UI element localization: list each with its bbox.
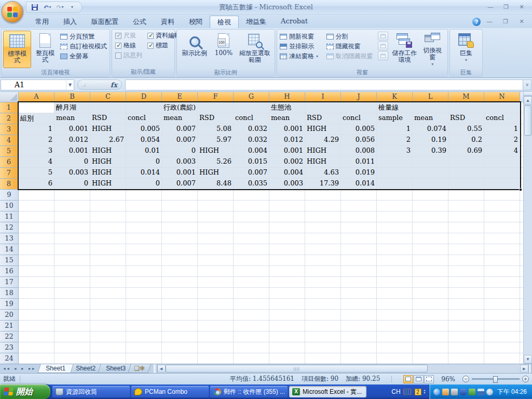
cell-C1[interactable] [90, 102, 126, 113]
cell-I14[interactable] [305, 244, 341, 255]
cell-L15[interactable] [413, 255, 448, 266]
row-header-3[interactable]: 3 [0, 124, 19, 135]
cell-L3[interactable]: 0.074 [413, 124, 448, 135]
synchronous-scrolling-button[interactable] [378, 42, 388, 50]
cell-L6[interactable] [413, 157, 448, 168]
cell-I7[interactable]: 4.63 [305, 168, 341, 179]
cell-J16[interactable] [341, 266, 377, 277]
cell-B13[interactable] [54, 233, 90, 244]
cell-M5[interactable]: 0.69 [448, 146, 484, 157]
cell-I17[interactable] [305, 277, 341, 288]
macros-button[interactable]: 巨集 ▾ [453, 31, 479, 68]
vertical-scroll-thumb[interactable] [524, 105, 531, 136]
workbook-restore-button[interactable]: ❐ [498, 18, 513, 26]
cell-G19[interactable] [234, 299, 269, 310]
cell-D18[interactable] [126, 288, 162, 299]
vertical-scroll-track[interactable] [524, 136, 532, 355]
cell-F19[interactable] [198, 299, 234, 310]
custom-views-button[interactable]: 自訂檢視模式 [59, 42, 108, 51]
cell-D23[interactable] [126, 342, 162, 353]
cell-H17[interactable] [269, 277, 305, 288]
cell-N20[interactable] [484, 310, 520, 321]
normal-view-button[interactable]: 標準模式 [3, 31, 31, 68]
language-bar-options-icon[interactable]: ▴▾ [424, 389, 426, 394]
zoom-out-button[interactable]: − [462, 376, 469, 382]
office-button[interactable] [2, 1, 23, 23]
cell-F13[interactable] [198, 233, 234, 244]
cell-H18[interactable] [269, 288, 305, 299]
cell-N14[interactable] [484, 244, 520, 255]
cell-I11[interactable] [305, 211, 341, 222]
page-break-view-shortcut[interactable] [424, 375, 434, 383]
view-side-by-side-button[interactable] [378, 32, 388, 41]
ime-badge[interactable]: 2 [415, 389, 421, 395]
cell-G24[interactable] [234, 353, 269, 364]
column-header-K[interactable]: K [377, 92, 413, 102]
cell-B8[interactable]: 0 [54, 179, 90, 190]
cell-K12[interactable] [377, 222, 413, 233]
cell-G12[interactable] [234, 222, 269, 233]
tab-acrobat[interactable]: Acrobat [274, 16, 315, 28]
cell-N13[interactable] [484, 233, 520, 244]
cell-K8[interactable] [377, 179, 413, 190]
cell-E10[interactable] [162, 201, 198, 211]
cell-J21[interactable] [341, 321, 377, 331]
scroll-left-button[interactable]: ◀ [157, 365, 166, 373]
cell-C14[interactable] [90, 244, 126, 255]
cell-M24[interactable] [448, 353, 484, 364]
save-button[interactable] [30, 3, 40, 12]
cell-I9[interactable] [305, 190, 341, 201]
cell-A21[interactable] [19, 321, 54, 331]
cell-G14[interactable] [234, 244, 269, 255]
cell-J2[interactable]: concl [341, 113, 377, 124]
cell-E16[interactable] [162, 266, 198, 277]
cell-D16[interactable] [126, 266, 162, 277]
cell-C24[interactable] [90, 353, 126, 364]
scroll-up-button[interactable]: ▲ [524, 96, 532, 105]
row-header-15[interactable]: 15 [0, 255, 19, 266]
zoom-level[interactable]: 96% [441, 376, 455, 383]
cell-G10[interactable] [234, 201, 269, 211]
cell-H16[interactable] [269, 266, 305, 277]
cell-I8[interactable]: 17.39 [305, 179, 341, 190]
cell-N9[interactable] [484, 190, 520, 201]
row-header-5[interactable]: 5 [0, 146, 19, 157]
cell-A10[interactable] [19, 201, 54, 211]
cell-B3[interactable]: 0.001 [54, 124, 90, 135]
cell-N11[interactable] [484, 211, 520, 222]
cell-E9[interactable] [162, 190, 198, 201]
row-header-18[interactable]: 18 [0, 288, 19, 299]
cell-J22[interactable] [341, 331, 377, 342]
cell-L24[interactable] [413, 353, 448, 364]
cell-F15[interactable] [198, 255, 234, 266]
cell-G1[interactable] [234, 102, 269, 113]
vertical-split-handle[interactable] [524, 92, 532, 96]
cell-H23[interactable] [269, 342, 305, 353]
cell-G21[interactable] [234, 321, 269, 331]
zoom-to-selection-button[interactable]: 縮放至選取範圍 [238, 31, 272, 68]
zoom-slider-track[interactable] [472, 378, 520, 380]
arrange-all-button[interactable]: 並排顯示 [279, 42, 325, 51]
cell-G15[interactable] [234, 255, 269, 266]
cell-H21[interactable] [269, 321, 305, 331]
cell-A17[interactable] [19, 277, 54, 288]
horizontal-split-handle[interactable] [528, 364, 532, 373]
cell-D1[interactable] [126, 102, 162, 113]
page-break-preview-button[interactable]: 分頁預覽 [59, 32, 108, 42]
update-icon[interactable] [469, 389, 475, 395]
cell-L14[interactable] [413, 244, 448, 255]
cell-G9[interactable] [234, 190, 269, 201]
cell-F21[interactable] [198, 321, 234, 331]
cell-H4[interactable]: 0.012 [269, 135, 305, 146]
cell-K23[interactable] [377, 342, 413, 353]
cell-H3[interactable]: 0.001 [269, 124, 305, 135]
cell-N3[interactable]: 1 [484, 124, 520, 135]
cell-D19[interactable] [126, 299, 162, 310]
cell-C11[interactable] [90, 211, 126, 222]
next-sheet-button[interactable]: ► [19, 367, 26, 370]
first-sheet-button[interactable]: ◄◄ [1, 367, 11, 370]
cell-N5[interactable]: 4 [484, 146, 520, 157]
cell-J24[interactable] [341, 353, 377, 364]
cell-G3[interactable]: 0.032 [234, 124, 269, 135]
tab-review[interactable]: 校閱 [182, 16, 210, 28]
